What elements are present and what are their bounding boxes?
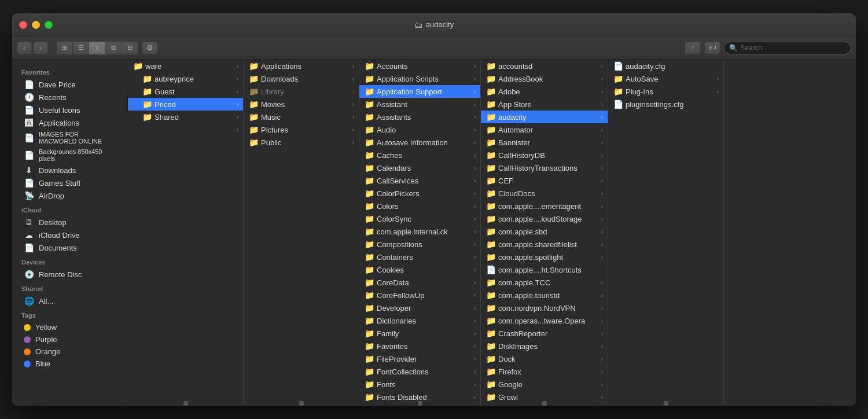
col-item-cef[interactable]: 📁 CEF › [481, 174, 608, 187]
col-item-com-apple-tcc[interactable]: 📁 com.apple.TCC › [481, 276, 608, 289]
sidebar-item-all[interactable]: 🌐 All... [14, 295, 125, 307]
col-item-applications[interactable]: 📁 Applications › [244, 60, 359, 72]
col-item-accountsd[interactable]: 📁 accountsd › [481, 60, 608, 72]
col-item-adobe[interactable]: 📁 Adobe › [481, 85, 608, 98]
col-resize-handle[interactable] [664, 401, 668, 406]
col-item-clouddocs[interactable]: 📁 CloudDocs › [481, 187, 608, 200]
col-item-public[interactable]: 📁 Public › [244, 136, 359, 149]
col-item-automator[interactable]: 📁 Automator › [481, 123, 608, 136]
col-item-com-apple-sbd[interactable]: 📁 com.apple.sbd › [481, 225, 608, 238]
tag-button[interactable]: 🏷 [704, 42, 720, 54]
col-item-colorpickers[interactable]: 📁 ColorPickers › [359, 187, 480, 200]
col-item-com-operas-tware-opera[interactable]: 📁 com.operas...tware.Opera › [481, 314, 608, 327]
sidebar-item-dave-price[interactable]: 📄 Dave Price [14, 78, 125, 91]
col-item-fontcollections[interactable]: 📁 FontCollections › [359, 365, 480, 378]
col-item-coredata[interactable]: 📁 CoreData › [359, 276, 480, 289]
col-item-assistant[interactable]: 📁 Assistant › [359, 98, 480, 111]
col-item-com-apple-loudstorage[interactable]: 📁 com.apple....loudStorage › [481, 212, 608, 225]
col-resize-handle[interactable] [299, 401, 304, 406]
action-gear-button[interactable]: ⚙ [142, 42, 158, 54]
col-resize-handle[interactable] [183, 401, 188, 406]
col-item-com-apple-ementagent[interactable]: 📁 com.apple....ementagent › [481, 200, 608, 212]
col-item-music[interactable]: 📁 Music › [244, 111, 359, 123]
col-item-pictures[interactable]: 📁 Pictures › [244, 123, 359, 136]
share-button[interactable]: ↑ [685, 42, 701, 54]
col-item-application-support[interactable]: 📁 Application Support › [359, 85, 480, 98]
col-item-diskimages[interactable]: 📁 DiskImages › [481, 340, 608, 352]
col-item-library[interactable]: 📁 Library › [244, 85, 359, 98]
sidebar-item-icloud-drive[interactable]: ☁ iCloud Drive [14, 229, 125, 241]
col-item-caches[interactable]: 📁 Caches › [359, 149, 480, 161]
col-item-callhistorydb[interactable]: 📁 CallHistoryDB › [481, 149, 608, 161]
col-item-autosave-information[interactable]: 📁 Autosave Information › [359, 136, 480, 149]
sidebar-item-images-macworld[interactable]: 📄 IMAGES FOR MACWORLD ONLINE [14, 129, 125, 146]
col-item-shared[interactable]: 📁 Shared › [128, 111, 243, 123]
col-item-google2[interactable]: 📁 Google › [481, 378, 608, 391]
col-item-com-nordvpn[interactable]: 📁 com.nordvpn.NordVPN › [481, 302, 608, 314]
close-button[interactable] [19, 21, 27, 29]
sidebar-item-downloads[interactable]: ⬇ Downloads [14, 164, 125, 177]
icon-view-button[interactable]: ⊞ [57, 42, 73, 54]
col-item-family[interactable]: 📁 Family › [359, 327, 480, 340]
col-item-firefox[interactable]: 📁 Firefox › [481, 365, 608, 378]
col-item-ware[interactable]: 📁 ware › [128, 60, 243, 72]
sidebar-item-tag-blue[interactable]: Blue [14, 358, 125, 370]
col-item-app-store[interactable]: 📁 App Store › [481, 98, 608, 111]
col-item-callservices[interactable]: 📁 CallServices › [359, 174, 480, 187]
list-view-button[interactable]: ☰ [73, 42, 89, 54]
sidebar-item-applications[interactable]: 🅰 Applications [14, 116, 125, 129]
sidebar-item-tag-yellow[interactable]: Yellow [14, 321, 125, 333]
col-resize-handle[interactable] [542, 401, 547, 406]
col-item-guest[interactable]: 📁 Guest › [128, 85, 243, 98]
sidebar-item-desktop[interactable]: 🖥 Desktop [14, 216, 125, 229]
col-item-com-apple-touristd[interactable]: 📁 com.apple.touristd › [481, 289, 608, 302]
col-item-com-apple-sharedfilelist[interactable]: 📁 com.apple.sharedfilelist › [481, 238, 608, 251]
sidebar-item-tag-orange[interactable]: Orange [14, 346, 125, 358]
col-item-colors[interactable]: 📁 Colors › [359, 200, 480, 212]
col-item-pluginsettings-cfg[interactable]: 📄 pluginsettings.cfg [608, 98, 723, 111]
col-item-callhistorytransactions[interactable]: 📁 CallHistoryTransactions › [481, 161, 608, 174]
col-item-developer[interactable]: 📁 Developer › [359, 302, 480, 314]
col-item-application-scripts[interactable]: 📁 Application Scripts › [359, 72, 480, 85]
col-item-calendars[interactable]: 📁 Calendars › [359, 161, 480, 174]
col-item-bannister[interactable]: 📁 Bannister › [481, 136, 608, 149]
search-box[interactable]: 🔍 Search [724, 42, 851, 54]
forward-button[interactable]: › [33, 42, 48, 54]
maximize-button[interactable] [45, 21, 53, 29]
col-item-dock[interactable]: 📁 Dock › [481, 352, 608, 365]
col-item-com-apple-spotlight[interactable]: 📁 com.apple.spotlight › [481, 251, 608, 263]
col-item-cookies[interactable]: 📁 Cookies › [359, 263, 480, 276]
sidebar-item-backgrounds[interactable]: 📄 Backgrounds 850x450 pixels [14, 146, 125, 164]
sidebar-item-tag-purple[interactable]: Purple [14, 333, 125, 346]
col-item-com-apple-ht-shortcuts[interactable]: 📄 com.apple....ht.Shortcuts [481, 263, 608, 276]
col-item-crashreporter[interactable]: 📁 CrashReporter › [481, 327, 608, 340]
col-item-addressbook[interactable]: 📁 AddressBook › [481, 72, 608, 85]
col-item-movies[interactable]: 📁 Movies › [244, 98, 359, 111]
col-resize-handle[interactable] [418, 401, 422, 406]
col-item-plug-ins[interactable]: 📁 Plug-Ins › [608, 85, 723, 98]
sidebar-item-games-stuff[interactable]: 📄 Games Stuff [14, 177, 125, 189]
col-item-com-apple-internal-ck[interactable]: 📁 com.apple.internal.ck › [359, 225, 480, 238]
sidebar-item-recents[interactable]: 🕐 Recents [14, 91, 125, 104]
col-item-autosave[interactable]: 📁 AutoSave › [608, 72, 723, 85]
col-item-audio[interactable]: 📁 Audio › [359, 123, 480, 136]
col-item-priced[interactable]: 📁 Priced › [128, 98, 243, 111]
sidebar-item-documents[interactable]: 📄 Documents [14, 241, 125, 254]
col-item-audacity[interactable]: 📁 audacity › [481, 111, 608, 123]
minimize-button[interactable] [32, 21, 40, 29]
col-item-compositions[interactable]: 📁 Compositions › [359, 238, 480, 251]
col-item-downloads[interactable]: 📁 Downloads › [244, 72, 359, 85]
col-item-dictionaries[interactable]: 📁 Dictionaries › [359, 314, 480, 327]
col-item-accounts[interactable]: 📁 Accounts › [359, 60, 480, 72]
sidebar-item-useful-icons[interactable]: 📄 Useful Icons [14, 104, 125, 116]
col-item-favorites[interactable]: 📁 Favorites › [359, 340, 480, 352]
col-item-corefollowup[interactable]: 📁 CoreFollowUp › [359, 289, 480, 302]
col-item-assistants[interactable]: 📁 Assistants › [359, 111, 480, 123]
col-item-fileprovider[interactable]: 📁 FileProvider › [359, 352, 480, 365]
sidebar-item-airdrop[interactable]: 📡 AirDrop [14, 189, 125, 202]
col-item-colorsync[interactable]: 📁 ColorSync › [359, 212, 480, 225]
column-view-button[interactable]: ⫶ [89, 42, 105, 54]
back-button[interactable]: ‹ [17, 42, 32, 54]
col-item-containers[interactable]: 📁 Containers › [359, 251, 480, 263]
gallery-view-button[interactable]: ⊟ [122, 42, 138, 54]
